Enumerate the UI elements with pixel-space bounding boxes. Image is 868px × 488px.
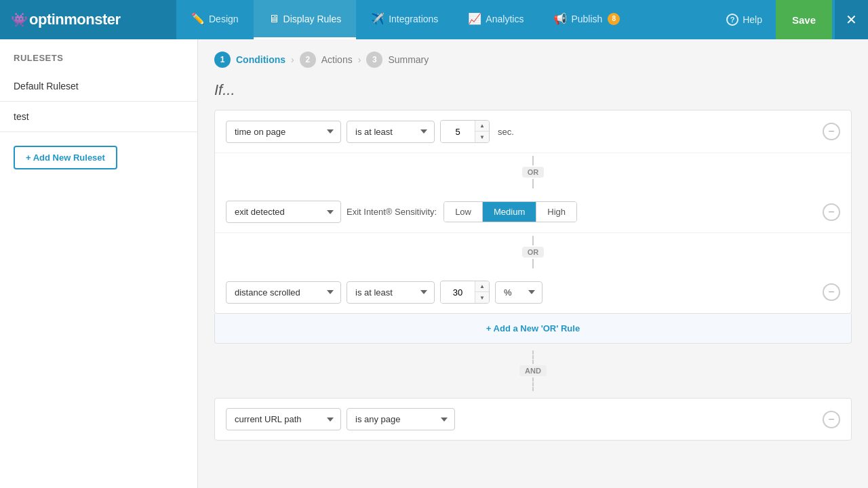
tab-publish[interactable]: 📢 Publish 8	[538, 0, 635, 39]
display-rules-icon: 🖥	[269, 13, 279, 25]
tab-design[interactable]: ✏️ Design	[176, 0, 254, 39]
sidebar: Rulesets Default Ruleset test + Add New …	[0, 39, 198, 488]
top-nav: 👾 optinmonster ✏️ Design 🖥 Display Rules…	[0, 0, 868, 39]
sensitivity-high[interactable]: High	[536, 202, 576, 222]
remove-button-4[interactable]: −	[823, 411, 840, 428]
save-button[interactable]: Save	[776, 0, 832, 39]
sensitivity-wrap: Exit Intent® Sensitivity: Low Medium Hig…	[347, 201, 577, 222]
logo-text: optinmonster	[29, 11, 121, 28]
or-dot-top-1	[532, 156, 534, 165]
rule-row-2: exit detected time on page distance scro…	[215, 191, 851, 233]
if-label: If...	[214, 81, 852, 99]
step-num-1: 1	[214, 52, 231, 68]
sidebar-item-default-ruleset[interactable]: Default Ruleset	[0, 71, 197, 102]
spin-down-1[interactable]: ▼	[475, 131, 489, 142]
add-ruleset-button[interactable]: + Add New Ruleset	[14, 146, 117, 169]
step-conditions[interactable]: 1 Conditions	[214, 52, 285, 68]
remove-button-2[interactable]: −	[823, 203, 840, 221]
spin-down-3[interactable]: ▼	[475, 292, 489, 303]
or-separator-2: OR	[215, 233, 851, 271]
spin-up-1[interactable]: ▲	[475, 121, 489, 131]
value-input-wrap-3: ▲ ▼	[440, 281, 490, 304]
remove-button-3[interactable]: −	[823, 283, 840, 301]
and-dashed-top	[532, 350, 534, 364]
rule-row-3: distance scrolled time on page exit dete…	[215, 271, 851, 313]
or-badge-1: OR	[522, 167, 545, 178]
spinners-3: ▲ ▼	[475, 281, 489, 303]
condition-select-1[interactable]: time on page exit detected distance scro…	[226, 121, 341, 143]
or-dot-top-2	[532, 236, 534, 245]
sensitivity-medium[interactable]: Medium	[483, 202, 536, 222]
add-or-rule-button[interactable]: + Add a New 'OR' Rule	[214, 314, 852, 344]
value-input-1[interactable]	[441, 121, 475, 142]
integrations-icon: ✈️	[371, 12, 384, 25]
sensitivity-low[interactable]: Low	[444, 202, 483, 222]
nav-tabs: ✏️ Design 🖥 Display Rules ✈️ Integration…	[176, 0, 715, 39]
remove-button-1[interactable]: −	[823, 123, 840, 140]
or-dot-bottom-2	[532, 259, 534, 268]
step-num-2: 2	[300, 52, 316, 68]
and-separator: AND	[214, 344, 852, 398]
unit-label-1: sec.	[498, 127, 514, 137]
and-dashed-bottom	[532, 378, 534, 391]
logo-area: 👾 optinmonster	[0, 0, 176, 39]
sensitivity-btn-group: Low Medium High	[443, 201, 577, 222]
tab-integrations[interactable]: ✈️ Integrations	[356, 0, 453, 39]
close-button[interactable]: ✕	[835, 0, 868, 39]
step-arrow-1: ›	[291, 54, 294, 65]
steps-bar: 1 Conditions › 2 Actions › 3 Summary	[214, 39, 852, 81]
step-actions[interactable]: 2 Actions	[300, 52, 353, 68]
condition-select-4[interactable]: current URL path time on page exit detec…	[226, 408, 341, 430]
sidebar-item-test[interactable]: test	[0, 102, 197, 132]
spinners-1: ▲ ▼	[475, 121, 489, 142]
tab-display-rules[interactable]: 🖥 Display Rules	[254, 0, 357, 39]
rule-group-1: time on page exit detected distance scro…	[214, 110, 852, 314]
operator-select-3[interactable]: is at least is less than is exactly	[347, 281, 435, 304]
sidebar-section-title: Rulesets	[0, 39, 197, 71]
sensitivity-label: Exit Intent® Sensitivity:	[347, 207, 437, 217]
step-summary[interactable]: 3 Summary	[366, 52, 429, 68]
help-icon: ?	[726, 14, 738, 26]
operator-select-1[interactable]: is at least is less than is exactly	[347, 121, 435, 143]
publish-badge: 8	[608, 13, 620, 25]
operator-select-4[interactable]: is any page contains exactly matches doe…	[347, 408, 455, 430]
condition-select-2[interactable]: exit detected time on page distance scro…	[226, 201, 341, 223]
main-content: 1 Conditions › 2 Actions › 3 Summary If.…	[198, 39, 868, 488]
or-line-1: OR	[522, 153, 545, 191]
nav-right: ? Help Save ✕	[715, 0, 868, 39]
or-line-2: OR	[522, 233, 545, 271]
rule-group-2: current URL path time on page exit detec…	[214, 398, 852, 441]
value-input-wrap-1: ▲ ▼	[440, 120, 490, 143]
analytics-icon: 📈	[468, 12, 481, 25]
layout: Rulesets Default Ruleset test + Add New …	[0, 39, 868, 488]
or-badge-2: OR	[522, 247, 545, 258]
rule-row-4: current URL path time on page exit detec…	[215, 399, 851, 440]
or-dot-bottom-1	[532, 179, 534, 188]
tab-analytics[interactable]: 📈 Analytics	[453, 0, 538, 39]
or-separator-1: OR	[215, 153, 851, 191]
design-icon: ✏️	[191, 12, 205, 25]
step-arrow-2: ›	[358, 54, 361, 65]
step-num-3: 3	[366, 52, 382, 68]
condition-select-3[interactable]: distance scrolled time on page exit dete…	[226, 281, 341, 304]
and-badge: AND	[519, 365, 547, 376]
rule-row-1: time on page exit detected distance scro…	[215, 110, 851, 153]
value-input-3[interactable]	[441, 282, 475, 303]
logo-icon: 👾	[11, 12, 28, 28]
publish-icon: 📢	[553, 12, 567, 25]
spin-up-3[interactable]: ▲	[475, 281, 489, 292]
help-button[interactable]: ? Help	[715, 0, 773, 39]
unit-select-3[interactable]: % px	[495, 281, 542, 304]
sidebar-add: + Add New Ruleset	[0, 132, 197, 183]
